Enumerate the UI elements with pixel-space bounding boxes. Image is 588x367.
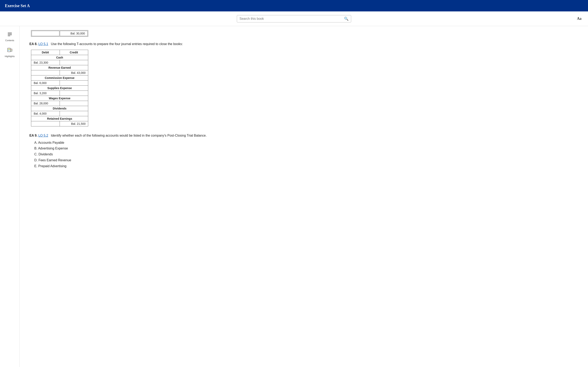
balance-row: Bal. 43,000 <box>31 70 88 75</box>
sidebar: Contents Highlights <box>0 26 20 367</box>
ea8-heading: EA 8. LO 5.1 Use the following T-account… <box>29 42 578 47</box>
ea9-list: A. Accounts PayableB. Advertising Expens… <box>29 140 578 169</box>
ea8-description: Use the following T-accounts to prepare … <box>51 42 183 46</box>
ea9-section: EA 9. LO 5.2 Identify whether each of th… <box>29 133 578 169</box>
list-item: E. Prepaid Advertising <box>34 163 578 169</box>
highlights-icon <box>7 47 13 54</box>
top-bar: Exercise Set A <box>0 0 588 11</box>
balance-row: Bal. 6,000 <box>31 81 88 86</box>
account-name-row: Cash <box>31 55 88 60</box>
search-input[interactable] <box>240 17 342 21</box>
search-container[interactable]: 🔍 <box>237 15 351 22</box>
sidebar-item-contents[interactable]: Contents <box>0 29 19 44</box>
ea9-lo-link[interactable]: LO 5.2 <box>38 134 48 137</box>
ea8-section: EA 8. LO 5.1 Use the following T-account… <box>29 42 578 126</box>
font-size-button[interactable]: Aa <box>577 17 581 21</box>
balance-row: Bal. 23,300 <box>31 60 88 65</box>
account-name-row: Commission Expense <box>31 75 88 81</box>
list-item: B. Advertising Expense <box>34 146 578 151</box>
list-item: C. Dividends <box>34 151 578 157</box>
contents-icon <box>7 31 13 38</box>
ea8-t-accounts-table: Debit Credit CashBal. 23,300Revenue Earn… <box>31 50 88 126</box>
sidebar-highlights-label: Highlights <box>5 55 15 58</box>
ea8-lo-link[interactable]: LO 5.1 <box>38 42 48 46</box>
account-name-row: Revenue Earned <box>31 65 88 70</box>
sidebar-item-highlights[interactable]: Highlights <box>0 45 19 59</box>
ea9-description: Identify whether each of the following a… <box>51 134 207 137</box>
svg-rect-3 <box>8 36 10 36</box>
sidebar-contents-label: Contents <box>5 39 14 42</box>
ea8-label: EA 8. <box>29 42 37 46</box>
svg-rect-8 <box>10 49 12 51</box>
svg-rect-6 <box>8 50 10 50</box>
page-title: Exercise Set A <box>5 3 30 8</box>
account-name-row: Wages Expense <box>31 96 88 101</box>
svg-rect-10 <box>11 50 12 51</box>
search-icon: 🔍 <box>344 17 348 21</box>
account-name-row: Dividends <box>31 106 88 111</box>
main-content: Bal. 30,000 EA 8. LO 5.1 Use the followi… <box>20 26 588 367</box>
partial-t-account: Bal. 30,000 <box>31 30 88 37</box>
svg-rect-0 <box>8 33 12 33</box>
list-item: D. Fees Earned Revenue <box>34 157 578 163</box>
main-layout: Contents Highlights <box>0 26 588 367</box>
list-item: A. Accounts Payable <box>34 140 578 146</box>
svg-rect-7 <box>8 50 9 51</box>
svg-rect-5 <box>8 49 10 49</box>
credit-header: Credit <box>60 50 88 55</box>
svg-rect-9 <box>11 50 12 50</box>
balance-row: Bal. 3,200 <box>31 91 88 96</box>
account-name-row: Supplies Expense <box>31 86 88 91</box>
balance-row: Bal. 28,000 <box>31 101 88 106</box>
partial-balance: Bal. 30,000 <box>60 31 87 36</box>
search-row: 🔍 Aa <box>0 11 588 26</box>
debit-header: Debit <box>31 50 60 55</box>
account-name-row: Retained Earnings <box>31 116 88 121</box>
ea9-heading: EA 9. LO 5.2 Identify whether each of th… <box>29 133 578 138</box>
balance-row: Bal. 4,000 <box>31 111 88 116</box>
svg-rect-1 <box>8 34 12 34</box>
svg-rect-2 <box>8 35 12 35</box>
balance-row: Bal. 21,500 <box>31 121 88 126</box>
ea9-label: EA 9. <box>29 134 37 137</box>
